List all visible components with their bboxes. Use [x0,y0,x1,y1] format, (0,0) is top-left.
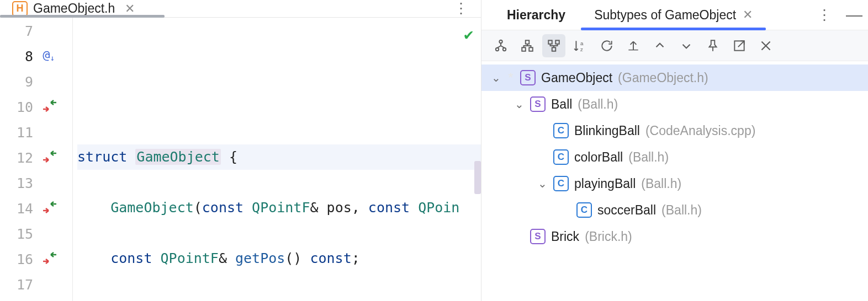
svg-point-1 [496,47,499,50]
svg-text:z: z [580,46,583,52]
class-hierarchy-button[interactable] [489,34,512,57]
editor-tabbar: H GameObject.h ✕ ⋮ [0,0,481,18]
code-line[interactable]: const QPointF& getSpeed() const; [77,297,481,301]
tree-node[interactable]: CBlinkingBall(CodeAnalysis.cpp) [481,117,868,144]
export-button[interactable] [622,34,645,57]
code-line[interactable]: struct GameObject { [77,144,481,170]
hierarchy-title[interactable]: Hierarchy [494,0,579,30]
struct-badge-icon: S [520,70,536,85]
tree-node[interactable]: ⌄*SGameObject(GameObject.h) [481,64,868,91]
tree-node-name: colorBall [574,150,623,165]
gutter-icon-strip: @↓ [39,18,73,301]
editor-tab-label: GameObject.h [33,1,115,16]
line-number: 9 [0,69,39,95]
hierarchy-tree[interactable]: ⌄*SGameObject(GameObject.h)⌄SBall(Ball.h… [481,61,868,301]
tree-node-name: soccerBall [597,203,656,218]
collapse-all-button[interactable] [675,34,698,57]
tree-node-name: playingBall [574,176,636,191]
tree-node-location: (Brick.h) [585,229,632,244]
struct-badge-icon: S [530,229,546,244]
tree-node[interactable]: CcolorBall(Ball.h) [481,144,868,170]
line-number: 11 [0,120,39,146]
svg-rect-6 [548,40,552,44]
subtypes-button[interactable] [542,34,565,57]
expand-all-button[interactable] [648,34,671,57]
code-line[interactable] [77,119,481,144]
hierarchy-tab-subtypes[interactable]: Subtypes of GameObject ✕ [581,0,766,30]
class-badge-icon: C [553,176,569,191]
line-number-gutter: 7891011121314151617 [0,18,39,301]
class-badge-icon: C [576,202,592,218]
line-number: 7 [0,19,39,44]
svg-rect-7 [555,40,559,44]
hierarchy-toolbar: az [481,30,868,61]
class-badge-icon: C [553,123,569,138]
inspection-ok-icon[interactable]: ✔ [464,22,473,47]
close-hierarchy-tab-icon[interactable]: ✕ [743,8,753,22]
chevron-down-icon[interactable]: ⌄ [537,177,548,190]
open-new-button[interactable] [728,34,751,57]
line-number: 16 [0,247,39,272]
scrollbar-marker[interactable] [474,161,481,194]
code-content[interactable]: ✔ struct GameObject { GameObject(const Q… [73,18,481,301]
tree-node-location: (Ball.h) [641,176,681,191]
hierarchy-tab-label: Subtypes of GameObject [594,8,736,23]
code-line[interactable] [77,271,481,297]
code-area[interactable]: 7891011121314151617 @↓ ✔ struct GameObje… [0,18,481,301]
tree-node[interactable]: SBrick(Brick.h) [481,223,868,250]
pin-button[interactable] [701,34,724,57]
line-number: 13 [0,171,39,196]
code-line[interactable] [77,170,481,195]
root-marker: * [507,70,515,85]
svg-rect-3 [522,47,526,51]
line-number: 10 [0,95,39,120]
chevron-down-icon[interactable]: ⌄ [490,71,501,84]
code-line[interactable]: const QPointF& getPos() const; [77,246,481,271]
line-number: 15 [0,222,39,247]
tree-node-location: (CodeAnalysis.cpp) [645,123,755,138]
close-button[interactable] [754,34,777,57]
supertypes-button[interactable] [516,34,539,57]
tree-node-name: Brick [551,229,579,244]
header-file-icon: H [12,1,28,17]
tree-node-name: GameObject [541,71,612,85]
hierarchy-minimize-icon[interactable]: ― [846,6,862,24]
line-number: 8 [0,44,39,69]
line-number: 12 [0,146,39,171]
hierarchy-more-icon[interactable]: ⋮ [817,7,832,24]
chevron-down-icon[interactable]: ⌄ [514,98,525,111]
class-badge-icon: C [553,149,569,165]
svg-rect-5 [526,40,530,44]
close-tab-icon[interactable]: ✕ [125,2,135,16]
hierarchy-tabbar: Hierarchy Subtypes of GameObject ✕ ⋮ ― [481,0,868,30]
tree-node-name: Ball [551,97,572,112]
code-line[interactable] [77,221,481,246]
tree-node[interactable]: ⌄SBall(Ball.h) [481,91,868,117]
svg-point-2 [503,47,506,50]
line-number: 14 [0,196,39,222]
hierarchy-panel: Hierarchy Subtypes of GameObject ✕ ⋮ ― a… [481,0,868,301]
svg-text:a: a [580,40,584,46]
tree-node[interactable]: ⌄CplayingBall(Ball.h) [481,170,868,197]
editor-pane: H GameObject.h ✕ ⋮ 7891011121314151617 @… [0,0,481,301]
svg-point-0 [499,40,502,42]
sort-alpha-button[interactable]: az [569,34,592,57]
tree-node-location: (Ball.h) [578,97,618,112]
tree-node[interactable]: CsoccerBall(Ball.h) [481,197,868,223]
svg-rect-8 [552,47,556,51]
tree-node-location: (GameObject.h) [618,71,708,85]
refresh-button[interactable] [595,34,618,57]
editor-tab-actions[interactable]: ⋮ [454,0,481,17]
tree-node-location: (Ball.h) [661,203,702,218]
tree-node-location: (Ball.h) [628,150,669,165]
annotation-gutter-icon[interactable]: @↓ [42,49,55,62]
svg-rect-4 [529,47,533,51]
tree-node-name: BlinkingBall [574,123,640,138]
struct-badge-icon: S [530,96,546,112]
code-line[interactable]: GameObject(const QPointF& pos, const QPo… [77,195,481,221]
line-number: 17 [0,272,39,298]
